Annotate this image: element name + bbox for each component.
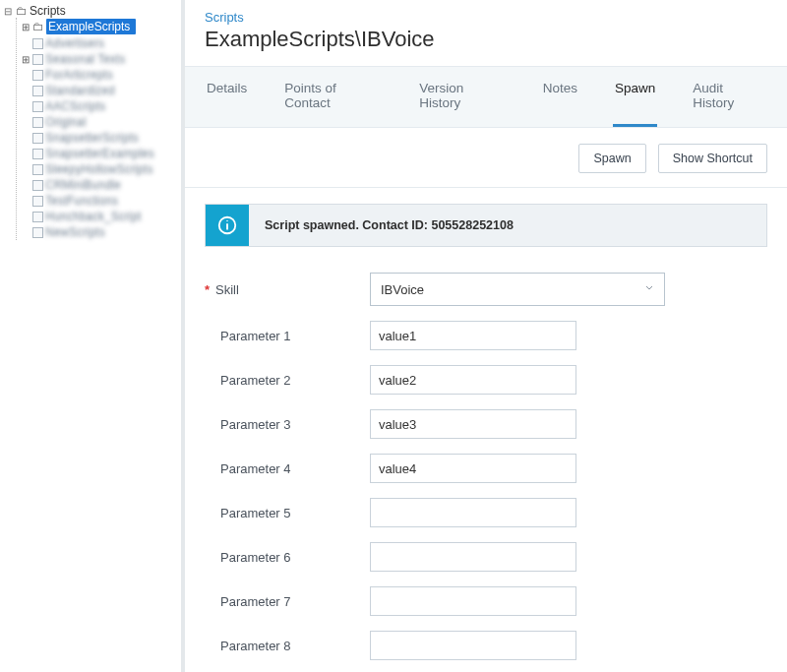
required-star-icon: * xyxy=(205,282,210,297)
param-label: Parameter 7 xyxy=(205,594,370,609)
tree-item[interactable]: ⊞Seasonal Texts xyxy=(19,51,179,67)
tree-item[interactable]: Standardized xyxy=(19,83,179,98)
param-row: Parameter 8 xyxy=(205,631,767,660)
param-label: Parameter 5 xyxy=(205,506,370,520)
tree-item-label: CRMiniBundle xyxy=(45,178,121,192)
param-label: Parameter 8 xyxy=(205,639,370,653)
param-input-3[interactable] xyxy=(370,409,576,439)
expand-icon[interactable]: ⊞ xyxy=(21,54,30,65)
tab-details[interactable]: Details xyxy=(205,67,249,127)
param-row: Parameter 4 xyxy=(205,454,767,483)
main-content: Scripts ExampleScripts\IBVoice DetailsPo… xyxy=(185,0,787,672)
tree-item-label: SnapsetterExamples xyxy=(45,147,154,160)
tree-item[interactable]: TestFunctions xyxy=(19,193,179,209)
tree-item-label: ExampleScripts xyxy=(46,19,136,34)
tree-item-label: SleepyHollowScripts xyxy=(45,162,152,176)
notice-banner: Script spawned. Contact ID: 505528252108 xyxy=(205,204,767,247)
param-label: Parameter 3 xyxy=(205,417,370,432)
info-icon xyxy=(206,205,249,246)
tree-item[interactable]: ⊞🗀ExampleScripts xyxy=(19,18,179,35)
param-row: Parameter 1 xyxy=(205,321,767,350)
param-input-8[interactable] xyxy=(370,631,576,660)
tree-item-label: Original xyxy=(45,115,86,129)
param-input-1[interactable] xyxy=(370,321,576,350)
file-icon xyxy=(32,70,43,81)
param-label: Parameter 1 xyxy=(205,329,370,343)
file-icon xyxy=(32,133,43,144)
folder-icon: 🗀 xyxy=(32,20,44,33)
param-input-7[interactable] xyxy=(370,586,576,616)
tree-item[interactable]: NewScripts xyxy=(19,224,179,240)
file-icon xyxy=(32,212,43,222)
action-bar: Spawn Show Shortcut xyxy=(185,128,787,188)
param-row: Parameter 3 xyxy=(205,409,767,439)
tree-item-label: SnapsetterScripts xyxy=(45,131,139,145)
tree-item-label: Standardized xyxy=(45,84,115,97)
param-row: Parameter 6 xyxy=(205,542,767,572)
file-icon xyxy=(32,101,43,112)
tree-item[interactable]: ForArticrepts xyxy=(19,67,179,83)
tree-item-label: Hunchback_Script xyxy=(45,210,141,223)
sidebar: ⊟ 🗀 Scripts ⊞🗀ExampleScriptsAdvertisers⊞… xyxy=(0,0,185,672)
tree-item[interactable]: SleepyHollowScripts xyxy=(19,161,179,177)
tab-notes[interactable]: Notes xyxy=(541,67,579,127)
file-icon xyxy=(32,117,43,128)
tree-item[interactable]: Advertisers xyxy=(19,35,179,51)
tree-item-label: Advertisers xyxy=(45,36,104,50)
file-icon xyxy=(32,196,43,207)
tree-item-label: ForArticrepts xyxy=(45,68,113,82)
file-icon xyxy=(32,164,43,175)
breadcrumb[interactable]: Scripts xyxy=(185,0,787,27)
tree-item[interactable]: SnapsetterExamples xyxy=(19,146,179,161)
tree-item[interactable]: Hunchback_Script xyxy=(19,209,179,224)
param-label: Parameter 2 xyxy=(205,373,370,388)
tab-points-of-contact[interactable]: Points of Contact xyxy=(282,67,384,127)
param-row: Parameter 2 xyxy=(205,365,767,395)
folder-icon: 🗀 xyxy=(16,4,28,18)
file-icon xyxy=(32,38,43,49)
tree-root-scripts[interactable]: ⊟ 🗀 Scripts xyxy=(2,4,179,18)
file-icon xyxy=(32,180,43,191)
param-row: Parameter 7 xyxy=(205,586,767,616)
collapse-icon[interactable]: ⊟ xyxy=(4,6,14,17)
spawn-form: * Skill Parameter 1Parameter 2Parameter … xyxy=(185,255,787,672)
param-input-5[interactable] xyxy=(370,498,576,527)
param-label: Parameter 4 xyxy=(205,461,370,476)
page-title: ExampleScripts\IBVoice xyxy=(185,27,787,66)
tree-item[interactable]: SnapsetterScripts xyxy=(19,130,179,146)
skill-label: * Skill xyxy=(205,282,370,297)
spawn-button[interactable]: Spawn xyxy=(578,144,645,173)
param-row: Parameter 5 xyxy=(205,498,767,527)
tree-item-label: TestFunctions xyxy=(45,194,118,208)
param-input-6[interactable] xyxy=(370,542,576,572)
tabs: DetailsPoints of ContactVersion HistoryN… xyxy=(185,66,787,128)
svg-point-2 xyxy=(226,220,227,221)
tree-item[interactable]: AACScripts xyxy=(19,98,179,114)
param-input-4[interactable] xyxy=(370,454,576,483)
tree-item[interactable]: CRMiniBundle xyxy=(19,177,179,193)
param-label: Parameter 6 xyxy=(205,550,370,565)
file-icon xyxy=(32,227,43,238)
skill-select[interactable] xyxy=(370,273,665,306)
tree-item-label: Seasonal Texts xyxy=(45,52,125,66)
file-icon xyxy=(32,86,43,96)
tree-item-label: AACScripts xyxy=(45,99,105,113)
tree-root-label: Scripts xyxy=(30,4,66,18)
file-icon xyxy=(32,149,43,159)
notice-text: Script spawned. Contact ID: 505528252108 xyxy=(249,205,529,246)
expand-icon[interactable]: ⊞ xyxy=(21,22,30,32)
tab-spawn[interactable]: Spawn xyxy=(613,67,657,127)
tab-audit-history[interactable]: Audit History xyxy=(691,67,767,127)
file-icon xyxy=(32,54,43,65)
tree-item[interactable]: Original xyxy=(19,114,179,130)
tree-item-label: NewScripts xyxy=(45,225,105,239)
show-shortcut-button[interactable]: Show Shortcut xyxy=(658,144,767,173)
tab-version-history[interactable]: Version History xyxy=(417,67,507,127)
param-input-2[interactable] xyxy=(370,365,576,395)
